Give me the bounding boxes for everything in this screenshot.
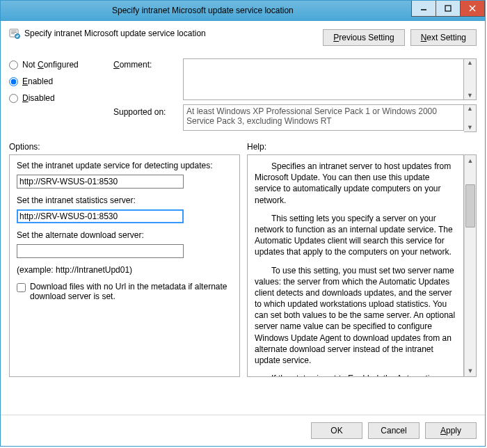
svg-rect-6: [11, 32, 17, 33]
policy-name: Specify intranet Microsoft update servic…: [24, 29, 206, 38]
dialog-window: Specify intranet Microsoft update servic…: [0, 0, 486, 447]
ok-button[interactable]: OK: [311, 422, 362, 439]
supported-on-text: At least Windows XP Professional Service…: [183, 104, 464, 131]
options-heading: Options:: [9, 142, 247, 152]
alt-label: Set the alternate download server:: [17, 230, 232, 240]
comment-label: Comment:: [113, 58, 183, 70]
svg-rect-1: [445, 6, 451, 11]
svg-rect-5: [11, 31, 17, 31]
detect-input[interactable]: [17, 175, 184, 189]
radio-disabled[interactable]: Disabled: [9, 93, 113, 103]
help-paragraph: Specifies an intranet server to host upd…: [255, 161, 456, 206]
detect-label: Set the intranet update service for dete…: [17, 161, 232, 170]
help-pane: Specifies an intranet server to host upd…: [247, 154, 464, 377]
scroll-down-icon[interactable]: ▼: [465, 365, 476, 376]
comment-textarea[interactable]: [183, 58, 464, 100]
comment-scrollbar[interactable]: ▲▼: [464, 58, 477, 100]
supported-scrollbar[interactable]: ▲▼: [464, 104, 477, 132]
next-setting-button[interactable]: Next Setting: [410, 29, 477, 46]
scroll-thumb[interactable]: [465, 184, 475, 227]
policy-icon: [9, 28, 20, 39]
stats-label: Set the intranet statistics server:: [17, 195, 232, 205]
previous-setting-button[interactable]: Previous Setting: [323, 29, 404, 46]
stats-input[interactable]: [17, 209, 184, 223]
scroll-up-icon[interactable]: ▲: [465, 155, 476, 166]
svg-rect-7: [11, 33, 15, 34]
help-paragraph: This setting lets you specify a server o…: [255, 213, 456, 258]
help-heading: Help:: [247, 142, 266, 152]
help-paragraph: To use this setting, you must set two se…: [255, 265, 456, 367]
radio-enabled[interactable]: Enabled: [9, 77, 113, 86]
close-button[interactable]: [460, 1, 485, 17]
help-scrollbar[interactable]: ▲ ▼: [464, 154, 477, 377]
options-pane: Set the intranet update service for dete…: [9, 154, 240, 377]
window-title: Specify intranet Microsoft update servic…: [112, 6, 294, 15]
supported-label: Supported on:: [113, 104, 183, 117]
minimize-button[interactable]: [411, 1, 436, 17]
titlebar[interactable]: Specify intranet Microsoft update servic…: [1, 1, 485, 21]
download-no-url-checkbox[interactable]: Download files with no Url in the metada…: [17, 282, 232, 301]
radio-not-configured[interactable]: Not Configured: [9, 60, 113, 70]
apply-button[interactable]: Apply: [425, 422, 477, 439]
cancel-button[interactable]: Cancel: [368, 422, 420, 439]
footer: OK Cancel Apply: [1, 415, 485, 446]
help-paragraph: If the status is set to Enabled, the Aut…: [255, 373, 456, 377]
example-text: (example: http://IntranetUpd01): [17, 265, 232, 275]
maximize-button[interactable]: [436, 1, 461, 17]
alt-input[interactable]: [17, 244, 184, 258]
